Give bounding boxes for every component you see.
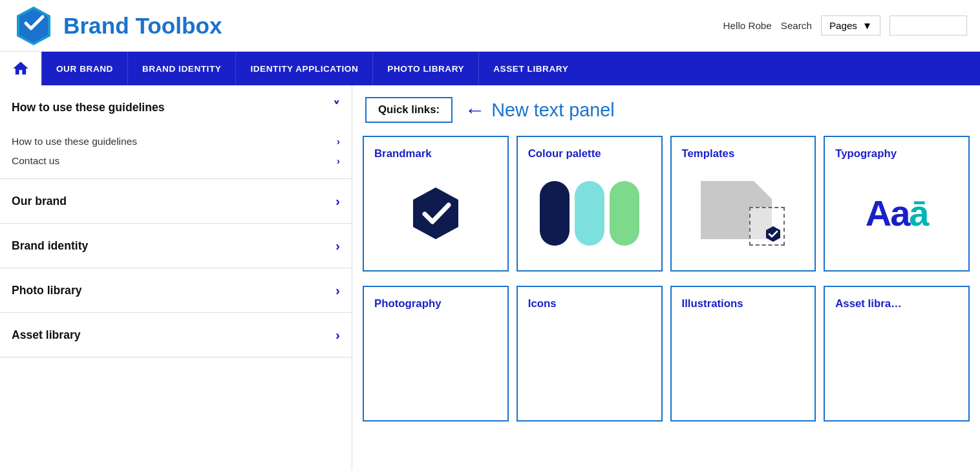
template-dashed-box — [749, 207, 785, 246]
card-asset-library[interactable]: Asset libra… — [824, 286, 970, 422]
sidebar-sub-contact-label: Contact us — [12, 155, 59, 167]
card-colour-palette-title: Colour palette — [528, 147, 651, 160]
nav-item-identity-application[interactable]: IDENTITY APPLICATION — [235, 52, 372, 85]
sidebar-sub-contact[interactable]: Contact us › — [12, 151, 340, 171]
palette-swatch-dark — [540, 181, 570, 246]
new-panel-label: New text panel — [491, 100, 614, 121]
chevron-right-icon: › — [337, 136, 340, 147]
card-photography[interactable]: Photography — [363, 286, 509, 422]
content-area: Quick links: ← New text panel Brandmark — [352, 85, 980, 470]
svg-marker-2 — [413, 187, 458, 239]
card-photography-visual — [374, 317, 497, 410]
card-colour-palette[interactable]: Colour palette — [517, 136, 663, 272]
logo-area: Brand Toolbox — [13, 5, 222, 47]
search-label: Search — [781, 20, 812, 31]
sidebar-section-our-brand: Our brand › — [0, 179, 352, 224]
header-right: Hello Robe Search Pages ▼ — [723, 16, 967, 36]
sidebar-photo-library-link[interactable]: Photo library › — [0, 268, 352, 312]
chevron-right-icon: › — [336, 327, 340, 343]
nav-item-our-brand[interactable]: OUR BRAND — [41, 52, 127, 85]
card-asset-library-title: Asset libra… — [835, 297, 958, 310]
hello-text: Hello Robe — [723, 20, 772, 31]
card-templates[interactable]: Templates — [670, 136, 816, 272]
sidebar-sub-how-to-label: How to use these guidelines — [12, 136, 137, 147]
sidebar-brand-identity-label: Brand identity — [12, 239, 88, 253]
sidebar-our-brand-link[interactable]: Our brand › — [0, 179, 352, 223]
home-icon — [12, 59, 30, 78]
chevron-down-icon: ˅ — [333, 100, 340, 115]
card-templates-title: Templates — [682, 147, 805, 160]
card-icons-visual — [528, 317, 651, 410]
logo-text: Brand Toolbox — [63, 13, 222, 39]
card-templates-visual — [682, 167, 805, 260]
brandmark-icon — [407, 184, 465, 242]
quick-links-box: Quick links: — [365, 97, 453, 123]
card-brandmark-visual — [374, 167, 497, 260]
palette-swatch-green — [610, 181, 639, 246]
card-photography-title: Photography — [374, 297, 497, 310]
search-input[interactable] — [889, 16, 967, 36]
header: Brand Toolbox Hello Robe Search Pages ▼ — [0, 0, 980, 52]
card-typography[interactable]: Typography Aaā — [824, 136, 970, 272]
typography-sample: Aaā — [866, 195, 928, 231]
main-layout: How to use these guidelines ˅ How to use… — [0, 85, 980, 470]
sidebar-how-to-sub-items: How to use these guidelines › Contact us… — [0, 129, 352, 178]
sidebar-section-how-to-use: How to use these guidelines ˅ How to use… — [0, 85, 352, 179]
chevron-down-icon: ▼ — [862, 20, 872, 31]
brandmark-small-icon — [764, 225, 782, 243]
svg-marker-3 — [766, 226, 780, 242]
sidebar-brand-identity-link[interactable]: Brand identity › — [0, 224, 352, 268]
cards-grid-row2: Photography Icons Illustrations Asset li… — [352, 282, 980, 432]
sidebar: How to use these guidelines ˅ How to use… — [0, 85, 352, 470]
sidebar-section-photo-library: Photo library › — [0, 268, 352, 313]
card-illustrations-visual — [682, 317, 805, 410]
chevron-right-icon: › — [336, 238, 340, 253]
card-icons[interactable]: Icons — [517, 286, 663, 422]
nav-item-brand-identity[interactable]: BRAND IDENTITY — [127, 52, 235, 85]
sidebar-sub-how-to[interactable]: How to use these guidelines › — [12, 132, 340, 151]
sidebar-asset-library-label: Asset library — [12, 328, 81, 342]
card-typography-title: Typography — [835, 147, 958, 160]
brand-toolbox-logo-icon — [13, 5, 54, 47]
sidebar-asset-library-link[interactable]: Asset library › — [0, 313, 352, 357]
nav-item-photo-library[interactable]: PHOTO LIBRARY — [372, 52, 478, 85]
sidebar-photo-library-label: Photo library — [12, 284, 82, 297]
chevron-right-icon: › — [336, 283, 340, 298]
card-typography-visual: Aaā — [835, 167, 958, 260]
sidebar-our-brand-label: Our brand — [12, 195, 67, 208]
card-icons-title: Icons — [528, 297, 651, 310]
quick-links-label: Quick links: — [378, 103, 440, 116]
pages-label: Pages — [829, 20, 857, 31]
arrow-left-icon: ← — [464, 98, 485, 122]
palette-swatches — [540, 181, 639, 246]
card-asset-library-visual — [835, 317, 958, 410]
card-brandmark[interactable]: Brandmark — [363, 136, 509, 272]
nav-item-asset-library[interactable]: ASSET LIBRARY — [478, 52, 582, 85]
new-text-panel: ← New text panel — [464, 98, 614, 122]
cards-grid-row1: Brandmark Colour palette — [352, 132, 980, 282]
card-illustrations[interactable]: Illustrations — [670, 286, 816, 422]
sidebar-section-brand-identity: Brand identity › — [0, 224, 352, 268]
quick-links-header: Quick links: ← New text panel — [352, 85, 980, 132]
sidebar-how-to-use-link[interactable]: How to use these guidelines ˅ — [0, 85, 352, 129]
card-colour-palette-visual — [528, 167, 651, 260]
typography-teal-char: ā — [909, 193, 928, 233]
sidebar-how-to-use-label: How to use these guidelines — [12, 101, 165, 114]
sidebar-section-asset-library: Asset library › — [0, 313, 352, 358]
templates-graphic — [701, 181, 785, 246]
palette-swatch-cyan — [575, 181, 604, 246]
navbar: OUR BRAND BRAND IDENTITY IDENTITY APPLIC… — [0, 52, 980, 85]
chevron-right-icon: › — [336, 193, 340, 209]
nav-home-button[interactable] — [0, 52, 41, 85]
card-brandmark-title: Brandmark — [374, 147, 497, 160]
pages-dropdown[interactable]: Pages ▼ — [821, 16, 880, 36]
chevron-right-icon: › — [337, 155, 340, 167]
card-illustrations-title: Illustrations — [682, 297, 805, 310]
